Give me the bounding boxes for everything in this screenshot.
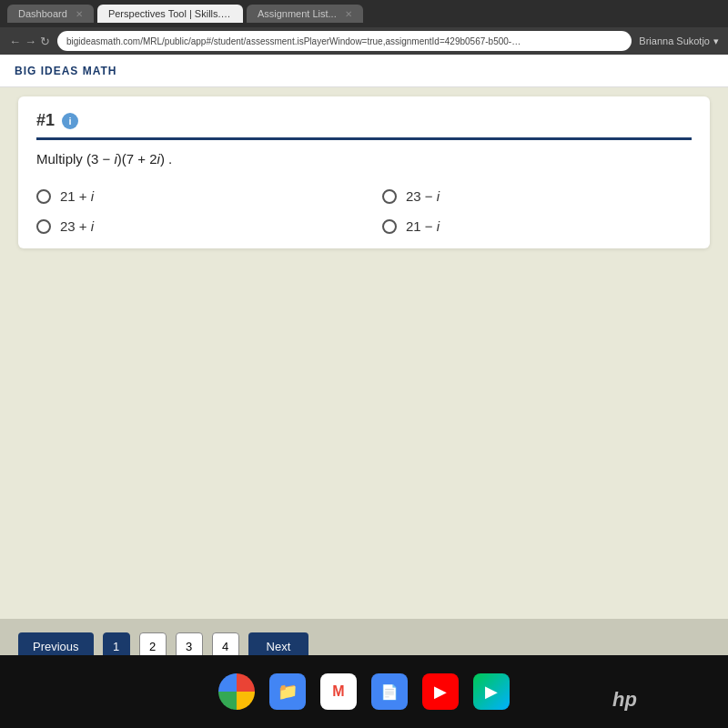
gmail-icon[interactable]: M [320,673,357,710]
hp-logo: hp [612,688,637,712]
nav-arrows: ← → ↻ [9,35,50,48]
question-header: #1 i [36,111,692,140]
taskbar: 📁 M 📄 ▶ ▶ hp [0,655,728,728]
app-header: BIG IDEAS MATH [0,55,728,87]
radio-a[interactable] [36,189,51,204]
address-bar: ← → ↻ bigideasmath.com/MRL/public/app#/s… [0,27,728,55]
option-a[interactable]: 21 + i [36,188,346,204]
chrome-icon[interactable] [218,673,255,710]
tab-bar: Dashboard ✕ Perspectives Tool | Skills..… [0,0,728,27]
back-icon[interactable]: ← [9,35,21,48]
username: Brianna Sukotjo [639,35,710,46]
tab-dashboard[interactable]: Dashboard ✕ [7,5,94,23]
play-store-icon[interactable]: ▶ [473,673,510,710]
app-logo: BIG IDEAS MATH [15,65,116,77]
youtube-icon[interactable]: ▶ [422,673,459,710]
option-c[interactable]: 23 + i [36,218,346,234]
docs-icon[interactable]: 📄 [371,673,408,710]
radio-c[interactable] [36,219,51,234]
dropdown-icon[interactable]: ▾ [713,35,719,47]
option-a-label: 21 + i [60,188,94,204]
refresh-icon[interactable]: ↻ [40,35,50,48]
files-icon[interactable]: 📁 [269,673,306,710]
info-icon[interactable]: i [62,113,78,129]
main-content: BIG IDEAS MATH #1 i Multiply (3 − i)(7 +… [0,55,728,619]
tab-perspectives[interactable]: Perspectives Tool | Skills... ✕ [97,5,243,23]
user-area: Brianna Sukotjo ▾ [639,35,719,47]
option-c-label: 23 + i [60,218,94,234]
radio-b[interactable] [382,189,397,204]
question-container: #1 i Multiply (3 − i)(7 + 2i) . 21 + i 2… [18,96,710,248]
radio-d[interactable] [382,219,397,234]
option-d[interactable]: 21 − i [382,218,692,234]
option-d-label: 21 − i [406,218,440,234]
question-number: #1 [36,111,55,130]
option-b-label: 23 − i [406,188,440,204]
option-b[interactable]: 23 − i [382,188,692,204]
options-grid: 21 + i 23 − i 23 + i 21 − i [36,188,692,234]
tab-close-active-icon[interactable]: ✕ [235,9,242,19]
tab-close-icon[interactable]: ✕ [76,9,83,19]
tab-close-3-icon[interactable]: ✕ [345,9,352,19]
forward-icon[interactable]: → [25,35,36,48]
url-bar[interactable]: bigideasmath.com/MRL/public/app#/student… [57,31,632,51]
question-text: Multiply (3 − i)(7 + 2i) . [36,151,692,167]
tab-assignment[interactable]: Assignment List... ✕ [247,5,363,23]
browser-chrome: Dashboard ✕ Perspectives Tool | Skills..… [0,0,728,55]
